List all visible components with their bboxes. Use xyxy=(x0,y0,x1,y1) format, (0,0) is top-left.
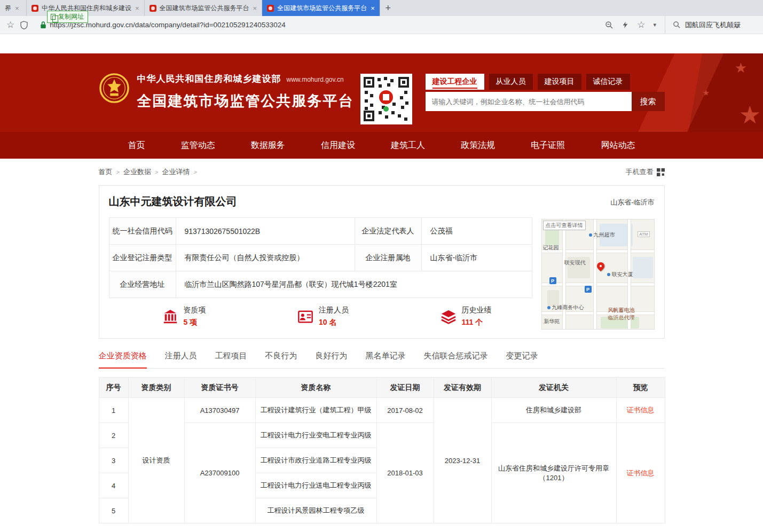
search-tab-project[interactable]: 建设项目 xyxy=(538,74,581,90)
tab-dishonesty-records[interactable]: 失信联合惩戒记录 xyxy=(424,351,488,368)
tab-close-icon[interactable]: × xyxy=(253,4,257,12)
cell-no: 1 xyxy=(99,398,128,423)
qualification-table: 序号 资质类别 资质证书号 资质名称 发证日期 发证有效期 发证机关 预览 1 … xyxy=(99,377,665,523)
browser-chrome: 界 × 中华人民共和国住房和城乡建设 × 全国建筑市场监管公共服务平台 × 全国… xyxy=(0,0,763,34)
col-header: 资质证书号 xyxy=(184,378,255,398)
breadcrumb-company-detail: 企业详情 xyxy=(162,167,190,177)
browser-tab-active[interactable]: 全国建筑市场监管公共服务平台 × xyxy=(262,0,380,16)
breadcrumb: 首页 > 企业数据 > 企业详情 > 手机查看 xyxy=(99,167,665,177)
map-poi-label: 联安大厦 xyxy=(607,271,633,278)
col-header: 发证日期 xyxy=(376,378,434,398)
cell-authority: 山东省住房和城乡建设厅许可专用章 （1201） xyxy=(491,423,616,523)
cell-category: 设计资质 xyxy=(128,398,184,523)
nav-item-policy[interactable]: 政策法规 xyxy=(461,140,495,151)
stat-history-performance[interactable]: 历史业绩 111 个 xyxy=(441,306,492,327)
nav-item-supervision[interactable]: 监管动态 xyxy=(181,140,215,151)
zoom-out-icon[interactable] xyxy=(605,21,613,29)
browser-tab-partial[interactable]: 界 × xyxy=(0,0,27,16)
breadcrumb-home[interactable]: 首页 xyxy=(99,167,113,177)
search-button[interactable]: 搜索 xyxy=(632,92,665,111)
cell-qual-name: 工程设计电力行业送电工程专业丙级 xyxy=(255,473,376,498)
browser-tab-jzsc-1[interactable]: 全国建筑市场监管公共服务平台 × xyxy=(145,0,263,16)
col-header: 资质类别 xyxy=(128,378,184,398)
copy-url-tooltip[interactable]: 复制网址 xyxy=(47,11,88,23)
tab-blacklist[interactable]: 黑名单记录 xyxy=(366,351,406,368)
poi-dot-icon xyxy=(607,273,610,276)
map-panel[interactable]: 点击可查看详情 九州超市 ATM 记花园 联安现代 联安大厦 九峰商务中心 xyxy=(541,219,655,330)
breadcrumb-separator: > xyxy=(116,169,120,175)
keyword-search-input[interactable] xyxy=(426,92,632,111)
tab-title: 全国建筑市场监管公共服务平台 xyxy=(160,4,249,13)
col-header: 发证机关 xyxy=(491,378,616,398)
tab-close-icon[interactable]: × xyxy=(15,4,19,12)
lock-icon xyxy=(40,21,46,29)
map-road xyxy=(542,311,654,315)
page-top-gap xyxy=(0,34,763,53)
tab-close-icon[interactable]: × xyxy=(135,4,139,12)
lightning-icon[interactable] xyxy=(622,21,629,29)
nav-item-data-service[interactable]: 数据服务 xyxy=(251,140,285,151)
nav-item-e-license[interactable]: 电子证照 xyxy=(531,140,565,151)
tab-title: 界 xyxy=(5,4,11,13)
stat-registered-personnel[interactable]: 注册人员 10 名 xyxy=(297,306,349,327)
stat-value: 111 个 xyxy=(462,318,492,327)
search-tab-credit[interactable]: 诚信记录 xyxy=(586,74,630,90)
breadcrumb-company-data[interactable]: 企业数据 xyxy=(123,167,151,177)
map-tooltip: 点击可查看详情 xyxy=(543,221,586,230)
page: 界 × 中华人民共和国住房和城乡建设 × 全国建筑市场监管公共服务平台 × 全国… xyxy=(0,0,763,532)
ministry-name: 中华人民共和国住房和城乡建设部 xyxy=(137,73,281,85)
ministry-site-url: www.mohurd.gov.cn xyxy=(287,76,344,83)
tab-qualifications[interactable]: 企业资质资格 xyxy=(99,351,147,369)
stat-value: 10 名 xyxy=(319,318,349,327)
site-brand: 中华人民共和国住房和城乡建设部 www.mohurd.gov.cn 全国建筑市场… xyxy=(99,73,354,111)
nav-item-workers[interactable]: 建筑工人 xyxy=(391,140,425,151)
map-poi-label: 新华苑 xyxy=(544,318,560,325)
cell-cert-no: A137030497 xyxy=(184,398,255,423)
search-category-tabs: 建设工程企业 从业人员 建设项目 诚信记录 xyxy=(426,74,665,90)
tab-good-behavior[interactable]: 良好行为 xyxy=(316,351,348,368)
poi-dot-icon xyxy=(589,233,592,237)
col-header: 预览 xyxy=(616,378,665,398)
tab-bad-behavior[interactable]: 不良行为 xyxy=(265,351,297,368)
search-tab-personnel[interactable]: 从业人员 xyxy=(489,74,533,90)
tab-registered-personnel[interactable]: 注册人员 xyxy=(165,351,197,368)
shield-icon[interactable] xyxy=(20,21,28,29)
chevron-down-icon[interactable]: ▾ xyxy=(653,21,656,28)
site-favicon-icon xyxy=(267,5,274,12)
certificate-info-link[interactable]: 证书信息 xyxy=(627,469,655,477)
address-label: 企业经营地址 xyxy=(109,271,176,298)
national-emblem-icon xyxy=(99,73,130,106)
search-tab-enterprise[interactable]: 建设工程企业 xyxy=(426,74,484,90)
bookmark-star-icon[interactable]: ☆ xyxy=(6,20,14,29)
stat-qualifications[interactable]: 资质项 5 项 xyxy=(162,306,206,327)
tab-close-icon[interactable]: × xyxy=(371,4,375,12)
nav-item-credit[interactable]: 信用建设 xyxy=(321,140,355,151)
parking-icon: P xyxy=(585,286,592,293)
decor-star-icon: ★ xyxy=(739,103,761,127)
table-header-row: 序号 资质类别 资质证书号 资质名称 发证日期 发证有效期 发证机关 预览 xyxy=(99,378,665,398)
mobile-view-label: 手机查看 xyxy=(626,167,654,177)
cell-no: 3 xyxy=(99,448,128,473)
new-tab-button[interactable]: + xyxy=(380,0,396,16)
stat-value: 5 项 xyxy=(184,318,206,327)
parking-icon: P xyxy=(549,277,556,284)
browser-search-box[interactable]: 国航回应飞机颠簸 xyxy=(665,16,757,34)
cell-issue-date: 2018-01-03 xyxy=(376,423,434,523)
qr-code xyxy=(360,74,412,124)
cell-qual-name: 工程设计风景园林工程专项乙级 xyxy=(255,498,376,523)
url-box[interactable]: https://jzsc.mohurd.gov.cn/data/company/… xyxy=(40,21,600,29)
map-poi-label: 风帆蓄电池 临沂总代理 xyxy=(608,307,635,321)
hot-search-text: 国航回应飞机颠簸 xyxy=(685,20,741,30)
favorite-star-icon[interactable]: ☆ xyxy=(637,20,645,29)
certificate-info-link[interactable]: 证书信息 xyxy=(627,406,655,414)
nav-item-home[interactable]: 首页 xyxy=(128,140,145,151)
table-row: 1 设计资质 A137030497 工程设计建筑行业（建筑工程）甲级 2017-… xyxy=(99,398,665,423)
stat-label: 注册人员 xyxy=(319,306,349,315)
copy-url-label: 复制网址 xyxy=(58,12,84,21)
nav-item-site-news[interactable]: 网站动态 xyxy=(601,140,635,151)
credit-code-value: 91371302675501022B xyxy=(176,218,355,245)
mobile-view-button[interactable]: 手机查看 xyxy=(626,167,665,177)
tab-projects[interactable]: 工程项目 xyxy=(215,351,247,368)
decor-star-icon: ★ xyxy=(703,89,710,97)
tab-change-records[interactable]: 变更记录 xyxy=(506,351,538,368)
